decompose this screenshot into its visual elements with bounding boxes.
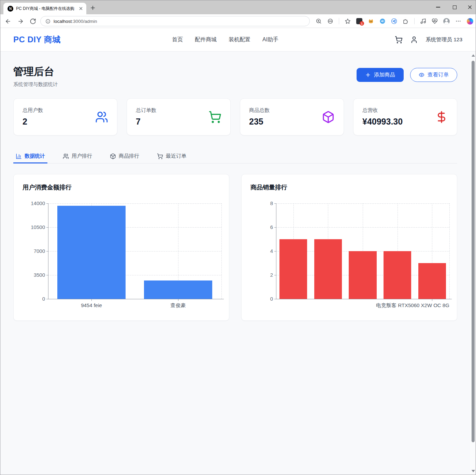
browser-essentials-icon[interactable] [432, 18, 438, 24]
main-nav: 首页配件商城装机配置AI助手 [172, 28, 278, 52]
scrollbar-up-arrow[interactable] [472, 54, 475, 57]
media-icon[interactable] [420, 18, 426, 24]
stat-label: 总订单数 [136, 107, 156, 114]
read-aloud-icon[interactable] [379, 18, 386, 24]
bar-series-2[interactable] [314, 239, 342, 299]
page-subtitle: 系统管理与数据统计 [13, 81, 58, 88]
view-orders-button[interactable]: 查看订单 [410, 68, 457, 82]
stat-label: 总用户数 [23, 107, 43, 114]
stat-card: 总用户数2 [13, 98, 117, 135]
nav-item[interactable]: 配件商城 [195, 36, 217, 43]
cart-icon[interactable] [395, 36, 403, 44]
bar-series-4[interactable] [384, 251, 411, 299]
grid-line-v [221, 203, 222, 299]
tab-商品排行[interactable]: 商品排行 [107, 149, 142, 163]
tampermonkey-icon[interactable] [368, 18, 374, 24]
site-header: PC DIY 商城 首页配件商城装机配置AI助手 系统管理员 123 [0, 28, 476, 52]
site-logo[interactable]: PC DIY 商城 [13, 34, 61, 45]
y-axis [276, 203, 276, 299]
forward-icon[interactable] [17, 18, 24, 25]
back-icon[interactable] [5, 18, 11, 25]
bar-查俊豪[interactable] [144, 280, 213, 299]
y-axis-label: 0 [255, 296, 273, 302]
x-axis-label: 电竞叛客 RTX5060 X2W OC 8G [376, 302, 449, 309]
y-axis-label: 8 [255, 200, 273, 206]
new-tab-button[interactable] [89, 4, 96, 11]
page-scrollbar[interactable] [470, 52, 476, 475]
share-icon[interactable] [391, 18, 397, 24]
address-bar[interactable]: localhost:3000/admin [40, 16, 310, 26]
x-axis-tick [178, 299, 178, 301]
stat-label: 商品总数 [249, 107, 270, 114]
logged-in-user[interactable]: 系统管理员 123 [425, 36, 462, 43]
tab-label: 商品排行 [119, 153, 139, 159]
extension-badge: 1 [360, 21, 364, 26]
copilot-icon[interactable] [467, 18, 473, 25]
refresh-icon[interactable] [30, 18, 36, 25]
window-close-button[interactable] [467, 4, 473, 10]
stat-value: 2 [23, 117, 43, 127]
window-maximize-button[interactable] [451, 3, 458, 11]
x-axis [276, 299, 452, 299]
user-spending-chart-card: 用户消费金额排行 03500700010500140009454 feie查俊豪 [13, 174, 229, 321]
grid-line-h [48, 203, 221, 204]
bar-series-1[interactable] [279, 239, 307, 299]
x-axis-tick [432, 299, 432, 301]
eye-icon [419, 72, 424, 78]
stat-value: 7 [136, 117, 156, 127]
extension-notifications-icon[interactable]: 1 [356, 18, 362, 24]
x-axis-tick [91, 299, 92, 301]
more-circle-icon[interactable] [327, 18, 333, 24]
toolbar-divider [339, 18, 339, 24]
stat-label: 总营收 [362, 107, 403, 114]
profile-avatar[interactable] [443, 18, 450, 25]
y-axis-label: 7000 [27, 248, 45, 254]
y-axis-label: 14000 [27, 200, 45, 206]
nav-item[interactable]: AI助手 [262, 36, 278, 43]
stat-value: ¥40993.30 [362, 117, 403, 127]
y-axis-label: 4 [255, 248, 273, 254]
stat-value: 235 [249, 117, 270, 127]
favorites-star-icon[interactable] [345, 18, 351, 24]
site-favicon: N [8, 6, 13, 12]
nav-item[interactable]: 装机配置 [229, 36, 250, 43]
tab-用户排行[interactable]: 用户排行 [60, 149, 95, 163]
browser-tab[interactable]: N PC DIY商城 - 电脑配件在线选购 [3, 3, 86, 14]
cart-icon [157, 153, 163, 159]
y-axis-label: 0 [27, 296, 45, 302]
zoom-icon[interactable] [316, 18, 322, 24]
admin-tabs: 数据统计用户排行商品排行最近订单 [13, 149, 457, 163]
grid-line-v [449, 203, 450, 299]
users-icon [63, 153, 69, 159]
tab-最近订单[interactable]: 最近订单 [155, 149, 189, 163]
window-minimize-button[interactable] [434, 3, 442, 11]
tab-label: 数据统计 [25, 153, 45, 159]
cart-icon [208, 111, 221, 124]
add-product-button[interactable]: 添加商品 [357, 68, 404, 82]
scrollbar-down-arrow[interactable] [472, 470, 475, 472]
package-icon [322, 111, 335, 124]
tab-数据统计[interactable]: 数据统计 [13, 149, 47, 163]
url-path: :3000/admin [72, 19, 97, 24]
bar-series-3[interactable] [349, 251, 376, 299]
admin-page: 管理后台 系统管理与数据统计 添加商品 查看订单 总用户数2总订单数7商品总数2… [0, 52, 470, 475]
tab-title: PC DIY商城 - 电脑配件在线选购 [16, 6, 76, 12]
browser-titlebar: N PC DIY商城 - 电脑配件在线选购 [0, 0, 476, 14]
y-axis-label: 2 [255, 272, 273, 278]
extensions-puzzle-icon[interactable] [403, 18, 409, 24]
settings-ellipsis-icon[interactable] [455, 18, 461, 24]
tab-close-icon[interactable] [78, 6, 84, 11]
user-spending-chart: 03500700010500140009454 feie查俊豪 [14, 174, 229, 320]
user-icon[interactable] [410, 36, 418, 44]
scrollbar-thumb[interactable] [472, 61, 475, 442]
bar-9454 feie[interactable] [57, 206, 126, 299]
y-axis [48, 203, 48, 299]
tab-label: 最近订单 [166, 153, 186, 159]
chart-icon [16, 153, 22, 159]
x-axis-label: 查俊豪 [171, 302, 186, 309]
site-info-icon[interactable] [45, 19, 51, 24]
y-axis-label: 10500 [27, 224, 45, 230]
nav-item[interactable]: 首页 [172, 36, 183, 43]
users-icon [95, 111, 108, 124]
bar-电竞叛客 RTX5060 X2W OC 8G[interactable] [418, 263, 446, 299]
